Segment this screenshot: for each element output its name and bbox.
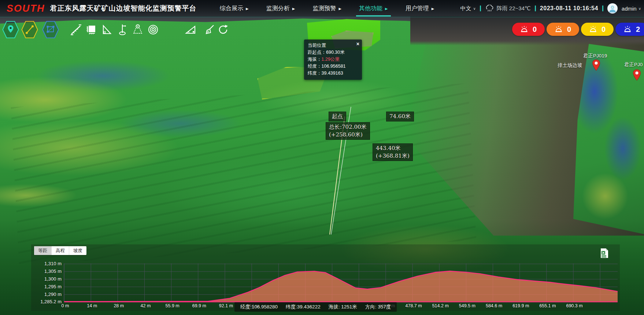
nav-item-user-management[interactable]: 用户管理 ▶ bbox=[406, 0, 434, 17]
slope-angle-tool[interactable] bbox=[184, 23, 197, 36]
tab-elevation[interactable]: 高程 bbox=[52, 246, 69, 255]
y-tick-label: 1,310 m bbox=[32, 261, 62, 266]
alarm-count: 2 bbox=[636, 25, 640, 34]
area-square-tool[interactable] bbox=[85, 23, 98, 36]
polygon-area-tool[interactable] bbox=[42, 20, 59, 39]
row-label: 纬度： bbox=[308, 71, 322, 76]
x-tick-label: 690.3 m bbox=[566, 303, 582, 308]
y-tick-label: 1,295 m bbox=[32, 284, 62, 289]
y-tick-label: 1,305 m bbox=[32, 269, 62, 274]
red-pin-icon bbox=[633, 69, 641, 81]
y-tick-label: 1,300 m bbox=[32, 276, 62, 282]
language-label: 中文 bbox=[460, 5, 471, 12]
total-delta: (+258.60米) bbox=[329, 131, 367, 139]
tooltip-row: 距起点：690.30米 bbox=[308, 49, 358, 56]
alarm-count: 0 bbox=[567, 25, 571, 34]
avatar[interactable] bbox=[607, 3, 618, 14]
distance-measure-tool[interactable] bbox=[21, 20, 38, 39]
x-tick-label: 28 m bbox=[114, 303, 124, 308]
user-menu[interactable]: admin ∨ bbox=[622, 5, 641, 12]
y-tick-label: 1,290 m bbox=[32, 292, 62, 297]
tab-slope[interactable]: 坡度 bbox=[69, 246, 86, 255]
circle-measure-tool[interactable] bbox=[147, 23, 159, 36]
weather-widget: 阵雨 22~34℃ bbox=[485, 5, 531, 12]
alarm-badge-yellow[interactable]: 0 bbox=[581, 23, 614, 36]
status-latitude: 纬度:39.436222 bbox=[286, 304, 321, 310]
triangle-measure-tool[interactable] bbox=[101, 23, 113, 36]
south-logo: SOUTH bbox=[7, 3, 45, 14]
x-tick-label: 514.2 m bbox=[432, 303, 449, 308]
alarm-count: 0 bbox=[533, 25, 537, 34]
divider bbox=[535, 5, 536, 11]
nav-label: 监测预警 bbox=[312, 5, 336, 12]
nav-item-monitor-warning[interactable]: 监测预警 ▶ bbox=[312, 0, 341, 17]
tooltip-row: 纬度：39.439163 bbox=[308, 70, 358, 77]
excel-export-button[interactable] bbox=[599, 248, 609, 258]
nav-item-other-functions[interactable]: 其他功能 ▶ bbox=[359, 0, 388, 17]
marker-label-dump-slope[interactable]: 排土场边坡 bbox=[558, 62, 582, 69]
map-pin[interactable] bbox=[633, 69, 641, 82]
alarm-badge-orange[interactable]: 0 bbox=[547, 23, 579, 36]
excel-export-icon bbox=[599, 248, 609, 258]
x-tick-label: 0 m bbox=[62, 303, 69, 308]
map-pin[interactable] bbox=[592, 59, 600, 72]
status-longitude: 经度:106.958280 bbox=[240, 304, 278, 310]
chevron-down-icon: ∨ bbox=[639, 7, 641, 11]
chevron-right-icon: ▶ bbox=[246, 7, 249, 10]
x-tick-label: 584.6 m bbox=[486, 303, 502, 308]
row-value: 1.29公里 bbox=[322, 57, 340, 62]
page-title: 君正东风露天矿矿山边坡智能化监测预警平台 bbox=[50, 4, 197, 13]
status-direction: 方向: 357度 bbox=[365, 304, 391, 310]
location-pin-tool[interactable] bbox=[2, 20, 19, 39]
top-right-cluster: 中文 ∨ 阵雨 22~34℃ 2023-08-11 10:16:54 bbox=[460, 0, 641, 17]
chevron-down-icon: ∨ bbox=[473, 7, 475, 11]
close-icon[interactable]: × bbox=[356, 41, 359, 48]
alarm-count: 0 bbox=[602, 25, 606, 34]
marker-label-pj0[interactable]: 君正PJ0 bbox=[624, 61, 643, 68]
alarm-badge-blue[interactable]: 2 bbox=[615, 23, 644, 36]
tooltip-row: 经度：106.956581 bbox=[308, 63, 358, 70]
nav-item-monitor-analysis[interactable]: 监测分析 ▶ bbox=[266, 0, 295, 17]
segment2-delta: (+368.81米) bbox=[376, 152, 410, 160]
measure-segment2-label: 443.40米 (+368.81米) bbox=[373, 143, 413, 161]
x-tick-label: 42 m bbox=[141, 303, 151, 308]
nav-label: 监测分析 bbox=[266, 5, 290, 12]
current-position-tooltip: × 当前位置 距起点：690.30米 海拔：1.29公里 经度：106.9565… bbox=[304, 40, 362, 80]
polygon-area-icon bbox=[42, 20, 59, 39]
tooltip-row: 海拔：1.29公里 bbox=[308, 56, 358, 63]
language-selector[interactable]: 中文 ∨ bbox=[460, 5, 475, 12]
nav-label: 用户管理 bbox=[406, 5, 429, 12]
divider bbox=[602, 5, 603, 11]
siren-icon bbox=[555, 26, 563, 33]
row-label: 海拔： bbox=[308, 57, 322, 62]
marker-label-pj019[interactable]: 君正PJ019 bbox=[583, 53, 607, 59]
datetime-display: 2023-08-11 10:16:54 bbox=[540, 5, 598, 12]
row-label: 距起点： bbox=[308, 50, 326, 55]
volume-measure-tool[interactable] bbox=[132, 23, 144, 36]
chevron-right-icon: ▶ bbox=[385, 7, 388, 10]
x-tick-label: 69.9 m bbox=[192, 303, 206, 308]
chevron-right-icon: ▶ bbox=[432, 7, 434, 10]
slope-ruler-icon bbox=[70, 23, 82, 36]
map-toolbar bbox=[0, 20, 256, 39]
alarm-badge-red[interactable]: 0 bbox=[512, 23, 545, 36]
clear-broom-tool[interactable] bbox=[204, 23, 216, 36]
row-value: 690.30米 bbox=[326, 50, 345, 55]
height-measure-tool[interactable] bbox=[116, 23, 129, 36]
x-tick-label: 619.9 m bbox=[512, 303, 529, 308]
refresh-tool[interactable] bbox=[217, 23, 229, 36]
location-pin-icon bbox=[2, 20, 19, 39]
main-nav: 综合展示 ▶ 监测分析 ▶ 监测预警 ▶ 其他功能 ▶ 用户管理 ▶ bbox=[220, 0, 434, 17]
x-tick-label: 549.5 m bbox=[459, 303, 475, 308]
distance-line-icon bbox=[21, 20, 38, 39]
slope-ruler-tool[interactable] bbox=[70, 23, 82, 36]
tab-equidistant[interactable]: 等距 bbox=[34, 246, 52, 255]
elevation-profile-chart[interactable] bbox=[31, 244, 620, 311]
status-altitude: 海拔: 1251米 bbox=[329, 304, 357, 310]
y-tick-label: 1,285.2 m bbox=[32, 299, 62, 304]
x-tick-label: 92.1 m bbox=[219, 303, 233, 308]
measure-segment1-label: 74.60米 bbox=[386, 112, 414, 121]
siren-icon bbox=[589, 26, 597, 33]
nav-item-overview[interactable]: 综合展示 ▶ bbox=[220, 0, 249, 17]
user-avatar-icon bbox=[608, 4, 617, 13]
